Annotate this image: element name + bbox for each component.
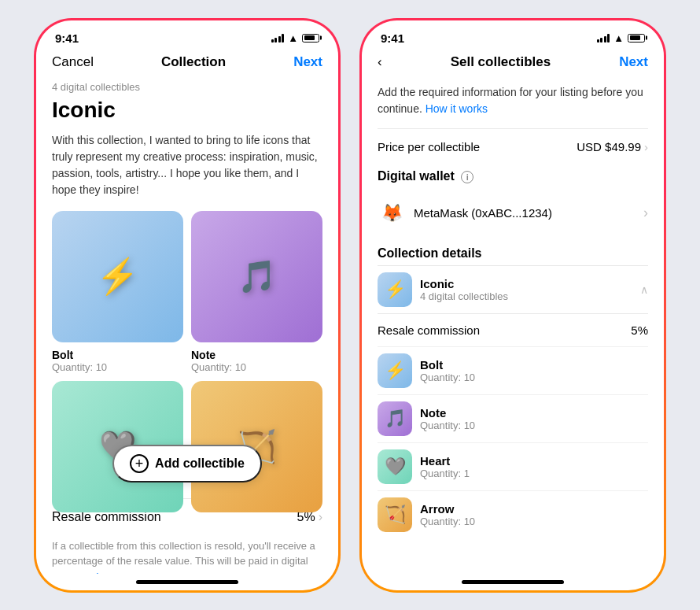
- cancel-button[interactable]: Cancel: [52, 54, 94, 70]
- status-bar-right: 9:41 ▲: [362, 20, 664, 48]
- heart-thumb-sm: 🩶: [378, 449, 412, 484]
- collection-name: Iconic: [420, 277, 508, 290]
- wallet-name: MetaMask (0xABC...1234): [414, 206, 552, 220]
- content-right: Add the required information for your li…: [362, 78, 664, 574]
- home-bar-right: [462, 580, 564, 584]
- chevron-up-icon: ∧: [640, 283, 648, 296]
- wifi-icon-right: ▲: [613, 32, 624, 44]
- home-indicator-left: [36, 574, 338, 590]
- next-button-left[interactable]: Next: [293, 54, 322, 70]
- chevron-right-price-icon: ›: [644, 140, 648, 153]
- signal-icon-right: [597, 33, 610, 43]
- note-qty: Quantity: 10: [420, 420, 475, 431]
- price-value: USD $49.99 ›: [577, 140, 648, 153]
- time-left: 9:41: [55, 31, 79, 45]
- arrow-qty: Quantity: 10: [420, 516, 475, 527]
- right-phone: 9:41 ▲ ‹ Sell collectibles Next Add the …: [359, 18, 666, 593]
- status-icons-left: ▲: [271, 32, 319, 44]
- add-collectible-button[interactable]: + Add collectible: [112, 445, 262, 482]
- bolt-name: Bolt: [420, 358, 475, 372]
- list-item: 🎵 Note Quantity: 10: [378, 394, 648, 442]
- note-info: Note Quantity: 10: [420, 406, 475, 431]
- status-icons-right: ▲: [597, 32, 645, 44]
- collectible-qty-bolt: Quantity: 10: [52, 361, 183, 373]
- nav-bar-right: ‹ Sell collectibles Next: [362, 48, 664, 78]
- arrow-thumb-sm: 🏹: [378, 497, 412, 532]
- info-icon[interactable]: i: [461, 171, 473, 183]
- collection-details-title: Collection details: [378, 238, 648, 265]
- signal-icon: [271, 33, 285, 43]
- price-row[interactable]: Price per collectible USD $49.99 ›: [378, 128, 648, 165]
- add-collectible-label: Add collectible: [155, 457, 245, 471]
- page-title-right: Sell collectibles: [451, 54, 551, 70]
- arrow-name: Arrow: [420, 502, 475, 516]
- heart-qty: Quantity: 1: [420, 468, 470, 479]
- list-item: ⚡ Bolt Quantity: 10: [52, 211, 183, 373]
- arrow-info: Arrow Quantity: 10: [420, 502, 475, 527]
- note-thumbnail: 🎵: [191, 211, 322, 342]
- status-bar-left: 9:41 ▲: [36, 20, 338, 48]
- price-label: Price per collectible: [378, 140, 480, 153]
- subtitle-info: Add the required information for your li…: [378, 78, 648, 128]
- chevron-right-wallet-icon: ›: [643, 205, 648, 221]
- metamask-emoji: 🦊: [381, 203, 403, 224]
- next-button-right[interactable]: Next: [619, 54, 648, 70]
- wallet-info: 🦊 MetaMask (0xABC...1234): [378, 199, 552, 227]
- battery-icon-right: [628, 34, 645, 43]
- collection-count: 4 digital collectibles: [52, 81, 322, 93]
- note-icon: 🎵: [238, 258, 277, 295]
- collection-desc: With this collection, I wanted to bring …: [52, 132, 322, 198]
- home-indicator-right: [362, 574, 664, 590]
- list-item: 🏹 Arrow Quantity: 10: [378, 490, 648, 538]
- wifi-icon: ▲: [288, 32, 298, 44]
- resale-comm-value: 5%: [631, 323, 648, 337]
- bolt-info: Bolt Quantity: 10: [420, 358, 475, 383]
- list-item: 🎵 Note Quantity: 10: [191, 211, 322, 373]
- collectible-name-bolt: Bolt: [52, 349, 183, 361]
- heart-info: Heart Quantity: 1: [420, 454, 470, 479]
- note-thumb-sm: 🎵: [378, 401, 412, 436]
- bolt-qty: Quantity: 10: [420, 372, 475, 383]
- resale-comm-label: Resale commission: [378, 323, 480, 337]
- time-right: 9:41: [381, 31, 404, 45]
- add-collectible-overlay: + Add collectible: [52, 445, 322, 482]
- collection-info: ⚡ Iconic 4 digital collectibles: [378, 272, 508, 307]
- bolt-icon: ⚡: [96, 256, 139, 297]
- metamask-icon: 🦊: [378, 199, 406, 227]
- collectible-name-note: Note: [191, 349, 322, 361]
- content-left: 4 digital collectibles Iconic With this …: [36, 78, 338, 574]
- page-title-left: Collection: [161, 54, 226, 70]
- home-bar: [136, 580, 238, 584]
- collection-title: Iconic: [52, 98, 322, 123]
- how-it-works-link[interactable]: How it works: [426, 102, 488, 115]
- left-phone: 9:41 ▲ Cancel Collection Next 4 digital …: [34, 18, 341, 593]
- battery-icon: [302, 34, 319, 43]
- collection-item: ⚡ Iconic 4 digital collectibles ∧: [378, 265, 648, 313]
- collection-text: Iconic 4 digital collectibles: [420, 277, 508, 302]
- list-item: ⚡ Bolt Quantity: 10: [378, 346, 648, 394]
- back-button[interactable]: ‹: [378, 54, 382, 70]
- add-circle-icon: +: [130, 454, 149, 473]
- bolt-thumbnail: ⚡: [52, 211, 183, 342]
- wallet-section-title: Digital wallet i: [378, 169, 648, 183]
- list-item: 🩶 Heart Quantity: 1: [378, 442, 648, 490]
- heart-name: Heart: [420, 454, 470, 468]
- resale-description: If a collectible from this collection is…: [52, 538, 322, 574]
- resale-commission-row: Resale commission 5%: [378, 313, 648, 346]
- note-name: Note: [420, 406, 475, 420]
- iconic-bolt-icon: ⚡: [385, 279, 406, 300]
- collectible-qty-note: Quantity: 10: [191, 361, 322, 373]
- wallet-row[interactable]: 🦊 MetaMask (0xABC...1234) ›: [378, 191, 648, 238]
- nav-bar-left: Cancel Collection Next: [36, 48, 338, 78]
- collection-count-right: 4 digital collectibles: [420, 290, 508, 302]
- bolt-thumb-sm: ⚡: [378, 353, 412, 388]
- iconic-collection-thumb: ⚡: [378, 272, 412, 307]
